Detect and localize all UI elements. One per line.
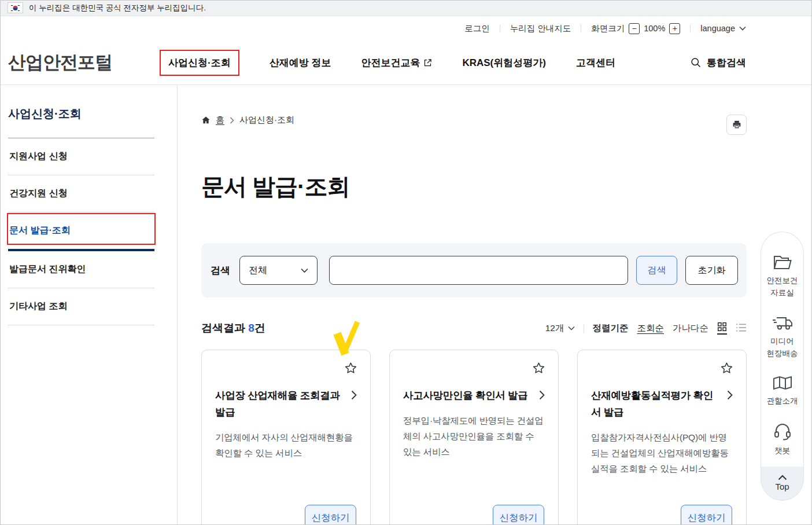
folder-icon <box>773 254 792 270</box>
results-header: 검색결과 8건 12개 정렬기준 조회순 가나다순 <box>201 321 747 336</box>
divider <box>581 25 581 32</box>
breadcrumb-current: 사업신청·조회 <box>239 115 294 126</box>
main-nav: 사업신청·조회 산재예방 정보 안전보건교육 KRAS(위험성평가) 고객센터 <box>160 50 615 76</box>
quick-menu-rail: 안전보건 자료실 미디어 현장배송 관할소개 챗봇 <box>761 232 804 501</box>
card-title: 사고사망만인율 확인서 발급 <box>403 387 528 404</box>
sort-label: 정렬기준 <box>593 322 629 335</box>
zoom-label: 화면크기 <box>591 23 625 34</box>
breadcrumb-home-link[interactable]: 홈 <box>216 115 224 126</box>
sidebar-item-document-issue[interactable]: 문서 발급·조회 <box>8 212 154 251</box>
card-description: 정부입·낙찰제도에 반영되는 건설업체의 사고사망만인율을 조회할 수 있는 서… <box>403 413 545 460</box>
list-view-icon <box>736 323 747 332</box>
language-select[interactable]: language <box>700 24 746 33</box>
nav-item-kras[interactable]: KRAS(위험성평가) <box>462 51 546 75</box>
sidebar-item-health-support[interactable]: 건강지원 신청 <box>8 175 154 212</box>
favorite-star-icon[interactable] <box>344 361 358 375</box>
quick-item-chatbot[interactable]: 챗봇 <box>773 423 792 457</box>
result-count: 검색결과 8건 <box>201 321 265 336</box>
card-title: 산재예방활동실적평가 확인서 발급 <box>591 387 721 421</box>
gov-banner-text: 이 누리집은 대한민국 공식 전자정부 누리집입니다. <box>29 3 206 13</box>
search-category-select[interactable]: 전체 <box>239 256 318 285</box>
zoom-in-button[interactable]: + <box>669 23 680 34</box>
page-title: 문서 발급·조회 <box>201 171 747 203</box>
sort-by-views[interactable]: 조회순 <box>637 322 665 335</box>
nav-item-customer-center[interactable]: 고객센터 <box>576 51 615 75</box>
map-book-icon <box>773 376 792 391</box>
sidebar-item-label: 문서 발급·조회 <box>9 225 71 235</box>
result-count-number: 8 <box>248 322 254 334</box>
service-card-accident-rate: 사업장 산업재해율 조회결과 발급 기업체에서 자사의 산업재해현황을 확인할 … <box>201 350 371 525</box>
login-link[interactable]: 로그인 <box>464 23 490 34</box>
zoom-value: 100% <box>644 24 665 33</box>
sidebar-title: 사업신청·조회 <box>8 106 154 138</box>
list-view-button[interactable] <box>736 323 747 334</box>
grid-view-button[interactable] <box>717 322 727 335</box>
nav-item-accident-prevention-info[interactable]: 산재예방 정보 <box>270 51 331 75</box>
favorite-star-icon[interactable] <box>532 361 546 375</box>
nav-item-safety-health-education[interactable]: 안전보건교육 <box>361 51 432 75</box>
main-content: 홈 사업신청·조회 문서 발급·조회 검색 전체 <box>178 85 812 525</box>
favorite-star-icon[interactable] <box>719 361 734 375</box>
apply-button[interactable]: 신청하기 <box>305 505 356 525</box>
chevron-down-icon <box>301 268 308 273</box>
quick-item-jurisdiction-intro[interactable]: 관할소개 <box>767 376 798 407</box>
nav-label: KRAS(위험성평가) <box>462 56 546 69</box>
divider <box>690 25 691 32</box>
grid-view-icon <box>717 322 727 332</box>
breadcrumb: 홈 사업신청·조회 <box>201 115 294 126</box>
printer-icon <box>732 120 742 130</box>
search-icon <box>690 57 702 68</box>
quick-item-safety-library[interactable]: 안전보건 자료실 <box>767 254 798 299</box>
sidebar-item-label: 지원사업 신청 <box>9 151 67 161</box>
global-search-button[interactable]: 통합검색 <box>690 56 746 69</box>
truck-icon <box>772 315 793 331</box>
service-card-prevention-evaluation: 산재예방활동실적평가 확인서 발급 입찰참가자격사전심사(PQ)에 반영되는 건… <box>577 350 747 525</box>
search-input[interactable] <box>329 256 628 285</box>
divider <box>500 25 500 32</box>
select-value: 전체 <box>249 265 267 277</box>
result-count-suffix: 건 <box>254 322 265 334</box>
reset-button[interactable]: 초기화 <box>685 256 738 285</box>
card-title-link[interactable]: 사고사망만인율 확인서 발급 <box>403 387 545 404</box>
sidebar-item-other-business[interactable]: 기타사업 조회 <box>8 288 154 325</box>
sidebar-item-label: 건강지원 신청 <box>9 188 67 198</box>
chevron-down-icon <box>739 26 746 31</box>
divider <box>584 324 584 333</box>
site-logo[interactable]: 산업안전포털 <box>8 50 112 75</box>
nav-item-business-apply[interactable]: 사업신청·조회 <box>160 50 239 76</box>
sidebar-item-label: 기타사업 조회 <box>9 301 67 311</box>
screen-zoom-control: 화면크기 − 100% + <box>591 23 680 34</box>
apply-button[interactable]: 신청하기 <box>493 505 544 525</box>
card-description: 기업체에서 자사의 산업재해현황을 확인할 수 있는 서비스 <box>215 429 357 461</box>
external-link-icon <box>423 58 432 67</box>
page-size-value: 12개 <box>545 322 564 335</box>
quick-item-label: 미디어 현장배송 <box>767 336 798 360</box>
nav-label: 고객센터 <box>576 56 615 69</box>
sidebar: 사업신청·조회 지원사업 신청 건강지원 신청 문서 발급·조회 발급문서 진위… <box>0 85 178 525</box>
result-count-prefix: 검색결과 <box>201 322 248 334</box>
nav-label: 산재예방 정보 <box>270 56 331 69</box>
language-label: language <box>700 24 735 33</box>
chevron-right-icon <box>351 390 357 400</box>
card-title-link[interactable]: 산재예방활동실적평가 확인서 발급 <box>591 387 733 421</box>
service-card-fatality-rate: 사고사망만인율 확인서 발급 정부입·낙찰제도에 반영되는 건설업체의 사고사망… <box>389 350 559 525</box>
quick-item-media-delivery[interactable]: 미디어 현장배송 <box>767 315 798 360</box>
sidebar-item-label: 발급문서 진위확인 <box>9 264 86 274</box>
gov-banner: 이 누리집은 대한민국 공식 전자정부 누리집입니다. <box>0 0 812 16</box>
quick-item-label: 챗봇 <box>774 445 790 457</box>
print-button[interactable] <box>726 115 747 135</box>
sidebar-item-support-apply[interactable]: 지원사업 신청 <box>8 138 154 175</box>
sort-by-alphabet[interactable]: 가나다순 <box>673 322 708 335</box>
utility-bar: 로그인 누리집 안내지도 화면크기 − 100% + language <box>0 16 812 41</box>
card-title-link[interactable]: 사업장 산업재해율 조회결과 발급 <box>215 387 357 421</box>
main-header: 산업안전포털 사업신청·조회 산재예방 정보 안전보건교육 KRAS(위험성평가… <box>0 41 812 85</box>
global-search-label: 통합검색 <box>707 56 746 69</box>
chevron-up-icon <box>778 475 787 480</box>
page-size-select[interactable]: 12개 <box>545 322 575 335</box>
scroll-to-top-button[interactable]: Top <box>761 467 804 501</box>
sitemap-link[interactable]: 누리집 안내지도 <box>510 23 571 34</box>
zoom-out-button[interactable]: − <box>629 23 640 34</box>
search-button[interactable]: 검색 <box>636 256 677 285</box>
sidebar-item-document-verify[interactable]: 발급문서 진위확인 <box>8 251 154 288</box>
apply-button[interactable]: 신청하기 <box>681 505 732 525</box>
